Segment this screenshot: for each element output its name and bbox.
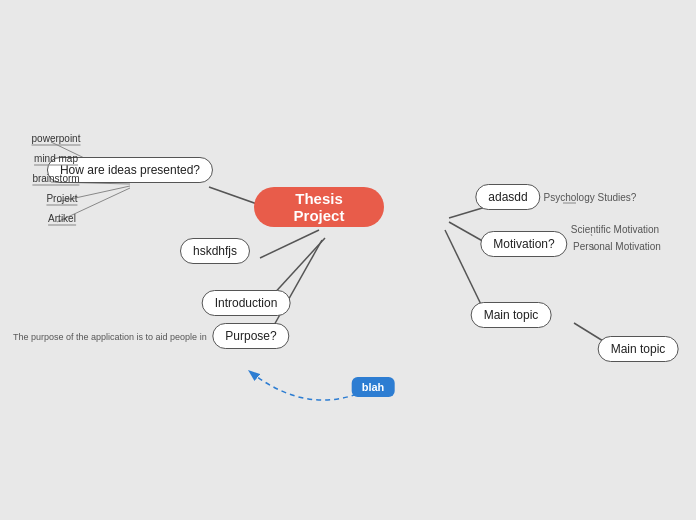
blah-node[interactable]: blah <box>352 377 395 397</box>
mind-map-leaf: mind map <box>34 153 78 166</box>
scientific-leaf: Scientific Motivation <box>571 224 659 235</box>
psychology-leaf: Psychology Studies? <box>544 192 637 203</box>
purpose-description: The purpose of the application is to aid… <box>13 332 207 342</box>
introduction-node[interactable]: Introduction <box>202 290 291 316</box>
main-topic-2-node[interactable]: Main topic <box>598 336 679 362</box>
central-node[interactable]: Thesis Project <box>254 187 384 227</box>
powerpoint-leaf: powerpoint <box>32 133 81 146</box>
artikel-leaf: Artikel <box>48 213 76 226</box>
adasdd-node[interactable]: adasdd <box>475 184 540 210</box>
hskdhfjs-node[interactable]: hskdhfjs <box>180 238 250 264</box>
motivation-node[interactable]: Motivation? <box>480 231 567 257</box>
main-topic-1-node[interactable]: Main topic <box>471 302 552 328</box>
purpose-node[interactable]: Purpose? <box>212 323 289 349</box>
personal-leaf: Personal Motivation <box>573 241 661 252</box>
projekt-leaf: Projekt <box>46 193 77 206</box>
brainstorm-leaf: brainstorm <box>32 173 79 186</box>
